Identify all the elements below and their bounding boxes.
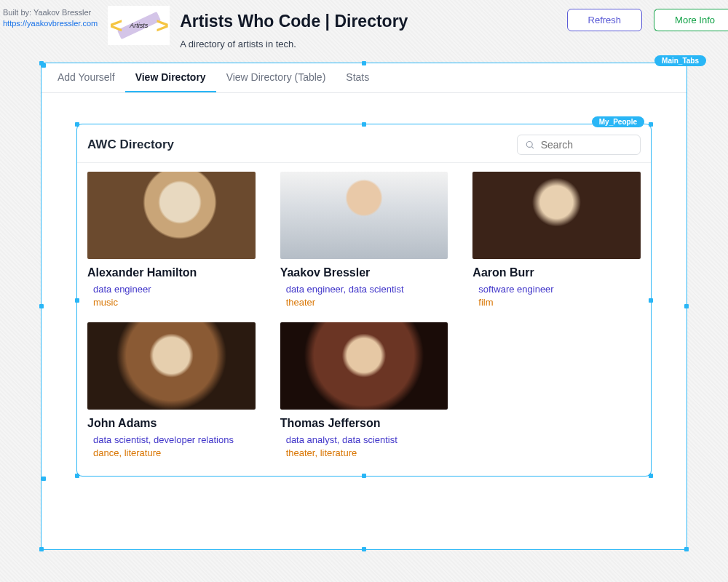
- person-arts: theater, literature: [280, 447, 448, 458]
- person-roles: data engineer: [87, 284, 256, 295]
- person-arts: theater: [280, 297, 448, 308]
- main-tabs-badge: Main_Tabs: [654, 55, 706, 66]
- person-arts: film: [472, 297, 641, 308]
- main-tabs-container: Main_Tabs Add Yourself View Directory Vi…: [41, 63, 687, 550]
- header-buttons: Refresh More Info: [567, 6, 728, 31]
- built-by-label: Built by: Yaakov Bressler: [3, 7, 98, 18]
- app-header: Built by: Yaakov Bressler https://yaakov…: [0, 0, 728, 54]
- person-card[interactable]: Yaakov Bressler data engineer, data scie…: [280, 172, 448, 308]
- person-card[interactable]: John Adams data scientist, developer rel…: [87, 322, 256, 458]
- svg-point-0: [526, 141, 532, 147]
- more-info-button[interactable]: More Info: [654, 9, 728, 31]
- person-name: Aaron Burr: [472, 266, 641, 279]
- app-logo: < Artists >: [108, 6, 170, 45]
- person-name: Alexander Hamilton: [87, 266, 256, 279]
- main-tabs-box: Add Yourself View Directory View Directo…: [41, 63, 687, 550]
- person-name: Yaakov Bressler: [280, 266, 448, 279]
- page-subtitle: A directory of artists in tech.: [180, 39, 556, 49]
- person-portrait: [87, 172, 256, 259]
- person-portrait: [87, 322, 256, 410]
- person-card[interactable]: Thomas Jefferson data analyst, data scie…: [280, 322, 448, 458]
- person-portrait: [472, 172, 641, 259]
- refresh-button[interactable]: Refresh: [567, 9, 643, 31]
- tab-view-directory[interactable]: View Directory: [125, 63, 216, 92]
- tab-view-directory-table[interactable]: View Directory (Table): [216, 63, 336, 92]
- built-by-link[interactable]: https://yaakovbressler.com: [3, 19, 98, 28]
- person-portrait: [280, 322, 448, 410]
- person-name: John Adams: [87, 417, 256, 430]
- person-arts: dance, literature: [87, 447, 256, 458]
- person-portrait: [280, 172, 448, 259]
- page-title-block: Artists Who Code | Directory A directory…: [180, 6, 556, 49]
- person-roles: data scientist, developer relations: [87, 434, 256, 445]
- built-by-block: Built by: Yaakov Bressler https://yaakov…: [3, 6, 98, 30]
- tab-bar: Add Yourself View Directory View Directo…: [41, 63, 687, 93]
- person-roles: data engineer, data scientist: [280, 284, 448, 295]
- tab-add-yourself[interactable]: Add Yourself: [47, 63, 125, 92]
- directory-panel: AWC Directory Alexander Hamilton data en…: [76, 124, 652, 477]
- search-box[interactable]: [517, 135, 641, 155]
- directory-wrap: My_People AWC Directory Alexander Hamilt…: [76, 124, 652, 477]
- person-roles: data analyst, data scientist: [280, 434, 448, 445]
- panel-header: AWC Directory: [77, 124, 651, 163]
- page-title: Artists Who Code | Directory: [180, 12, 556, 31]
- people-grid: Alexander Hamilton data engineer music Y…: [77, 163, 651, 476]
- panel-title: AWC Directory: [87, 137, 174, 152]
- search-icon: [525, 139, 535, 151]
- person-roles: software engineer: [472, 284, 641, 295]
- svg-line-1: [531, 147, 533, 148]
- person-arts: music: [87, 297, 256, 308]
- person-card[interactable]: Alexander Hamilton data engineer music: [87, 172, 256, 308]
- person-name: Thomas Jefferson: [280, 417, 448, 430]
- person-card[interactable]: Aaron Burr software engineer film: [472, 172, 641, 308]
- tab-stats[interactable]: Stats: [336, 63, 379, 92]
- my-people-badge: My_People: [592, 116, 644, 127]
- search-input[interactable]: [541, 139, 633, 151]
